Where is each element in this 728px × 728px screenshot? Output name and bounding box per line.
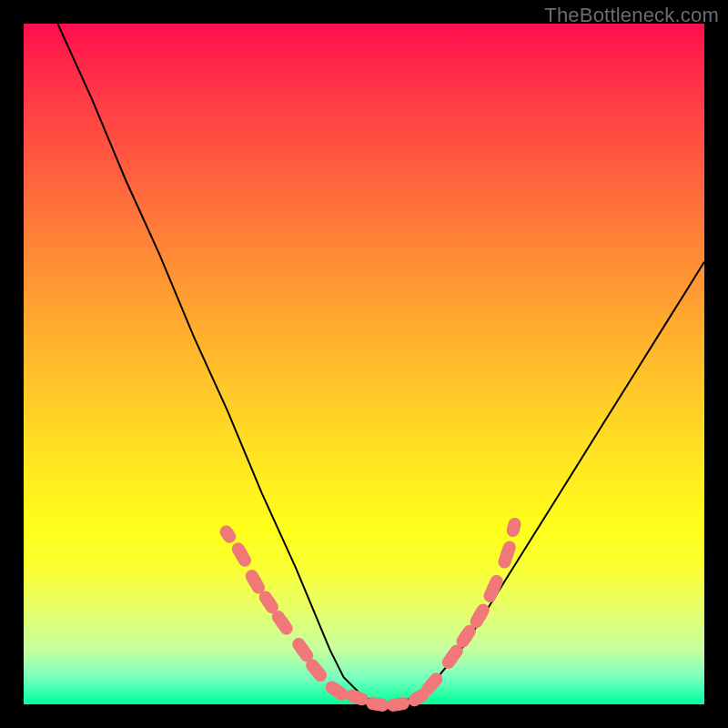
highlight-dot xyxy=(310,664,323,677)
highlight-dot xyxy=(248,575,261,588)
highlight-dot xyxy=(500,548,513,561)
highlight-dot xyxy=(412,692,425,704)
highlight-dot xyxy=(330,684,343,697)
highlight-dot xyxy=(221,528,234,541)
highlight-dot xyxy=(351,692,364,704)
highlight-dot xyxy=(235,548,248,561)
highlight-dot xyxy=(276,616,288,629)
highlight-dot xyxy=(426,678,439,691)
highlight-dot xyxy=(487,582,500,595)
chart-plot-area xyxy=(24,24,704,704)
highlight-dot xyxy=(391,698,404,711)
highlight-markers xyxy=(221,521,520,712)
watermark-text: TheBottleneck.com xyxy=(544,4,719,27)
chart-svg xyxy=(24,24,704,704)
highlight-dot xyxy=(508,521,521,534)
highlight-dot xyxy=(371,698,384,711)
highlight-dot xyxy=(446,651,459,663)
highlight-dot xyxy=(460,630,472,642)
highlight-dot xyxy=(262,596,275,609)
highlight-dot xyxy=(473,610,486,622)
highlight-dot xyxy=(297,643,309,656)
bottleneck-curve xyxy=(57,24,704,704)
